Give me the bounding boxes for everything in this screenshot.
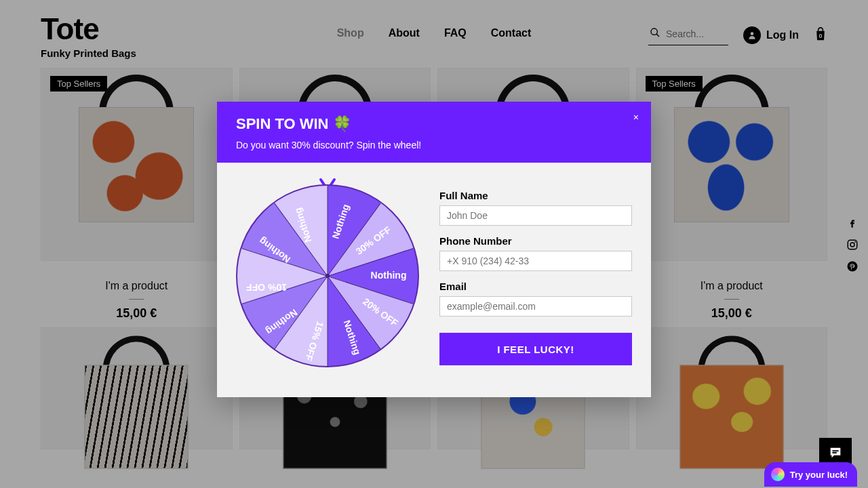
wheel-segment-label: 20% OFF [350, 288, 411, 337]
spin-modal: × SPIN TO WIN 🍀 Do you want 30% discount… [217, 102, 651, 397]
wheel-segment-label: Nothing [325, 188, 356, 256]
svg-rect-7 [832, 450, 838, 451]
email-input[interactable] [439, 296, 632, 317]
close-button[interactable]: × [633, 113, 639, 122]
prize-wheel[interactable]: Nothing30% OFFNothing20% OFFNothing15% O… [236, 178, 419, 374]
wheel-segment-label: Nothing [355, 270, 422, 281]
modal-title: SPIN TO WIN 🍀 [236, 115, 632, 133]
wheel-segment-label: Nothing [288, 191, 319, 259]
wheel-segment-label: 10% OFF [233, 282, 300, 293]
rainbow-orb-icon [771, 468, 785, 481]
modal-body: Nothing30% OFFNothing20% OFFNothing15% O… [217, 163, 651, 397]
wheel-spoke [328, 186, 328, 277]
email-label: Email [439, 281, 632, 292]
try-luck-label: Try your luck! [790, 470, 848, 480]
wheel-segment-label: 30% OFF [342, 216, 403, 265]
phone-input[interactable] [439, 251, 632, 271]
try-luck-pill[interactable]: Try your luck! [764, 462, 857, 487]
wheel-spoke [328, 277, 328, 367]
spin-form: Full Name Phone Number Email I FEEL LUCK… [439, 178, 632, 374]
wheel-segment-label: 15% OFF [299, 307, 330, 375]
wheel-segment-label: Nothing [336, 304, 368, 371]
modal-header: SPIN TO WIN 🍀 Do you want 30% discount? … [217, 102, 651, 163]
phone-label: Phone Number [439, 235, 632, 247]
full-name-label: Full Name [439, 190, 632, 201]
spin-button[interactable]: I FEEL LUCKY! [439, 333, 632, 365]
chat-icon [828, 445, 843, 463]
full-name-input[interactable] [439, 205, 632, 226]
modal-subtitle: Do you want 30% discount? Spin the wheel… [236, 140, 632, 150]
svg-rect-8 [832, 452, 836, 453]
